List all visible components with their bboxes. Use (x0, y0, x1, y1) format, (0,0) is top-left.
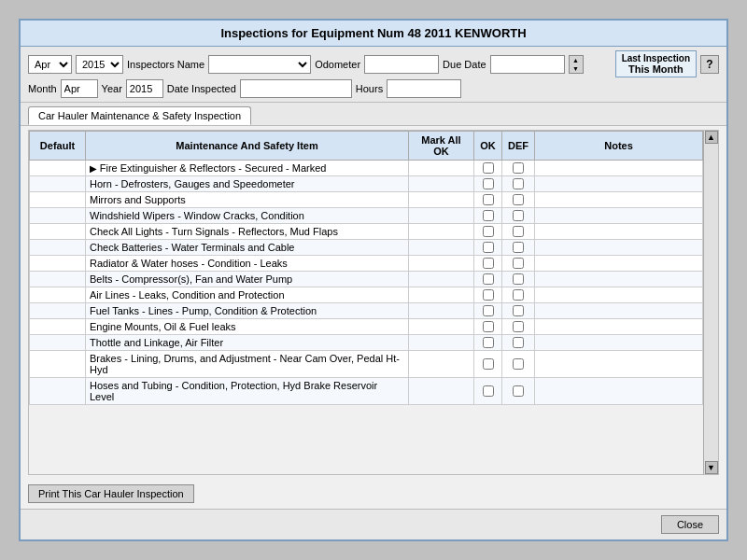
def-cell[interactable] (502, 192, 535, 208)
ok-checkbox[interactable] (483, 385, 494, 397)
ok-cell[interactable] (474, 272, 502, 287)
odometer-input[interactable] (364, 55, 439, 74)
ok-checkbox[interactable] (483, 178, 494, 189)
ok-checkbox[interactable] (483, 321, 494, 332)
inspector-select[interactable] (209, 56, 310, 73)
ok-checkbox[interactable] (483, 162, 494, 174)
default-cell (30, 287, 86, 303)
def-cell[interactable] (502, 351, 535, 378)
def-cell[interactable] (502, 319, 535, 335)
ok-cell[interactable] (474, 303, 502, 319)
ok-checkbox[interactable] (483, 273, 494, 285)
def-checkbox[interactable] (513, 273, 524, 285)
help-button[interactable]: ? (700, 55, 719, 74)
ok-checkbox[interactable] (483, 337, 494, 348)
month-text-input[interactable] (61, 79, 98, 98)
col-header-notes: Notes (535, 132, 703, 161)
def-checkbox[interactable] (513, 226, 524, 237)
notes-cell (535, 240, 703, 256)
mark-all-cell (409, 378, 474, 405)
hours-input[interactable] (387, 79, 461, 98)
mark-all-cell (409, 256, 474, 272)
def-checkbox[interactable] (513, 321, 524, 332)
tab-car-hauler[interactable]: Car Hauler Maintenance & Safety Inspecti… (28, 106, 251, 125)
table-row: Thottle and Linkage, Air Filter (30, 335, 703, 351)
def-cell[interactable] (502, 303, 535, 319)
month-dropdown-wrapper[interactable]: Apr JanFebMar MayJunJul AugSepOct NovDec (28, 55, 72, 74)
ok-cell[interactable] (474, 208, 502, 224)
def-checkbox[interactable] (513, 210, 524, 221)
def-checkbox[interactable] (513, 162, 524, 174)
tab-label: Car Hauler Maintenance & Safety Inspecti… (38, 110, 241, 121)
table-row: Hoses and Tubing - Condition, Protection… (30, 378, 703, 405)
def-checkbox[interactable] (513, 305, 524, 316)
ok-checkbox[interactable] (483, 258, 494, 269)
def-checkbox[interactable] (513, 358, 524, 370)
def-cell[interactable] (502, 272, 535, 287)
notes-cell (535, 335, 703, 351)
def-cell[interactable] (502, 161, 535, 176)
def-checkbox[interactable] (513, 242, 524, 253)
default-cell (30, 161, 86, 176)
ok-checkbox[interactable] (483, 194, 494, 205)
def-cell[interactable] (502, 240, 535, 256)
mark-all-cell (409, 272, 474, 287)
print-button[interactable]: Print This Car Hauler Inspection (28, 484, 194, 503)
due-date-spinner[interactable]: ▲ ▼ (569, 55, 584, 74)
spinner-up[interactable]: ▲ (570, 56, 583, 64)
ok-cell[interactable] (474, 192, 502, 208)
def-checkbox[interactable] (513, 385, 524, 397)
year-dropdown-wrapper[interactable]: 201520142016 (76, 55, 123, 74)
def-cell[interactable] (502, 256, 535, 272)
def-cell[interactable] (502, 287, 535, 303)
table-row: Air Lines - Leaks, Condition and Protect… (30, 287, 703, 303)
default-cell (30, 378, 86, 405)
month-select[interactable]: Apr JanFebMar MayJunJul AugSepOct NovDec (29, 56, 71, 73)
item-cell: Windshield Wipers - Window Cracks, Condi… (86, 208, 409, 224)
def-checkbox[interactable] (513, 194, 524, 205)
footer: Print This Car Hauler Inspection (21, 479, 726, 509)
ok-checkbox[interactable] (483, 289, 494, 301)
ok-checkbox[interactable] (483, 305, 494, 316)
def-cell[interactable] (502, 208, 535, 224)
ok-checkbox[interactable] (483, 358, 494, 370)
inspector-dropdown-wrapper[interactable] (208, 55, 311, 74)
ok-cell[interactable] (474, 161, 502, 176)
item-cell: ▶ Fire Extinguisher & Reflectors - Secur… (86, 161, 409, 176)
def-cell[interactable] (502, 378, 535, 405)
ok-cell[interactable] (474, 378, 502, 405)
ok-cell[interactable] (474, 335, 502, 351)
def-cell[interactable] (502, 335, 535, 351)
mark-all-cell (409, 224, 474, 240)
ok-cell[interactable] (474, 256, 502, 272)
table-row: Horn - Defrosters, Gauges and Speedomete… (30, 176, 703, 192)
ok-cell[interactable] (474, 176, 502, 192)
year-select[interactable]: 201520142016 (77, 56, 122, 73)
def-cell[interactable] (502, 176, 535, 192)
def-checkbox[interactable] (513, 337, 524, 348)
close-button[interactable]: Close (661, 515, 719, 534)
last-inspection-value: This Month (628, 63, 684, 75)
year-text-input[interactable] (126, 79, 163, 98)
ok-checkbox[interactable] (483, 226, 494, 237)
ok-cell[interactable] (474, 319, 502, 335)
table-scroll-area[interactable]: Default Maintenance And Safety Item Mark… (29, 131, 703, 474)
ok-cell[interactable] (474, 240, 502, 256)
ok-cell[interactable] (474, 287, 502, 303)
def-checkbox[interactable] (513, 289, 524, 301)
def-cell[interactable] (502, 224, 535, 240)
ok-cell[interactable] (474, 224, 502, 240)
due-date-input[interactable] (490, 55, 565, 74)
mark-all-cell (409, 287, 474, 303)
ok-cell[interactable] (474, 351, 502, 378)
scrollbar[interactable]: ▲ ▼ (703, 131, 718, 474)
table-row: Belts - Compressor(s), Fan and Water Pum… (30, 272, 703, 287)
def-checkbox[interactable] (513, 178, 524, 189)
ok-checkbox[interactable] (483, 210, 494, 221)
ok-checkbox[interactable] (483, 242, 494, 253)
col-header-markall[interactable]: Mark All OK (409, 132, 474, 161)
date-inspected-input[interactable] (240, 79, 352, 98)
spinner-down[interactable]: ▼ (570, 64, 583, 73)
def-checkbox[interactable] (513, 258, 524, 269)
inspection-table: Default Maintenance And Safety Item Mark… (29, 131, 703, 405)
